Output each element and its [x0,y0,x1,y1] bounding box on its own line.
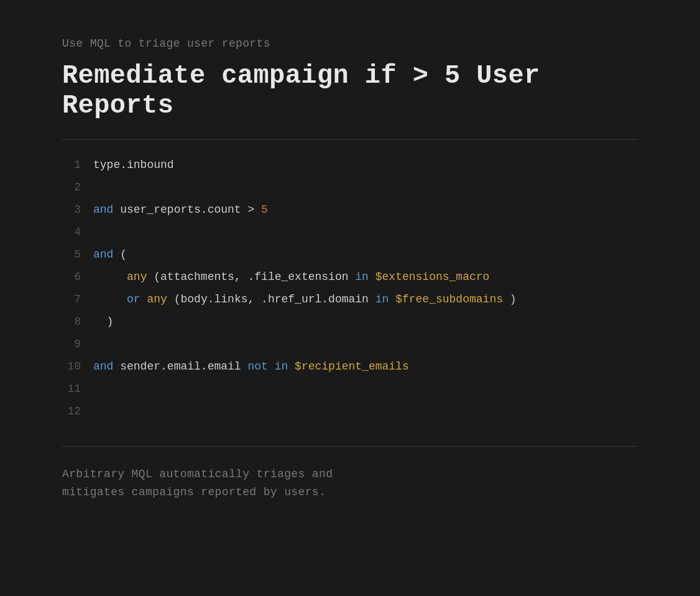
keyword-and-10: and [93,360,113,373]
code-line-9: 9 [62,338,638,360]
keyword-any-6: any [127,271,147,283]
keyword-or-7: or [127,293,140,305]
code-line-5: 5 and ( [62,248,638,271]
macro-extensions: $extensions_macro [375,271,490,283]
code-line-10: 10 and sender.email.email not in $recipi… [62,360,638,383]
line-number-2: 2 [62,181,93,193]
indent-7 [93,293,120,305]
line-content-3: and user_reports.count > 5 [93,203,268,216]
line-content-8: ) [93,315,113,328]
code-line-2: 2 [62,181,638,203]
line-content-6: any (attachments, .file_extension in $ex… [93,271,489,283]
keyword-not-10: not [247,360,267,373]
bottom-divider [62,446,638,447]
footer-text: Arbitrary MQL automatically triages andm… [62,465,638,501]
code-line-8: 8 ) [62,315,638,338]
keyword-in-10: in [275,360,288,373]
number-5: 5 [261,203,268,216]
code-line-12: 12 [62,405,638,427]
line-number-7: 7 [62,293,93,305]
text-10a: sender.email.email [120,360,247,373]
text-6a: (attachments, .file_extension [154,271,355,283]
code-line-1: 1 type.inbound [62,159,638,181]
subtitle: Use MQL to triage user reports [62,37,638,50]
code-line-7: 7 or any (body.links, .href_url.domain i… [62,293,638,315]
line-content-1: type.inbound [93,159,174,171]
line-number-6: 6 [62,271,93,283]
line-number-8: 8 [62,315,93,328]
code-line-4: 4 [62,226,638,248]
top-divider [62,139,638,140]
page-container: Use MQL to triage user reports Remediate… [0,0,700,539]
macro-recipient-emails: $recipient_emails [295,360,409,373]
line-content-10: and sender.email.email not in $recipient… [93,360,409,373]
line-content-7: or any (body.links, .href_url.domain in … [93,293,517,305]
text-7b: (body.links, .href_url.domain [174,293,375,305]
keyword-and-5: and [93,248,113,261]
code-line-11: 11 [62,383,638,405]
text-5: ( [120,248,127,261]
keyword-in-6: in [355,271,369,283]
line-number-5: 5 [62,248,93,261]
line-number-12: 12 [62,405,93,417]
line-number-9: 9 [62,338,93,350]
keyword-any-7: any [147,293,167,305]
macro-subdomains: $free_subdomains [395,293,503,305]
line-number-11: 11 [62,383,93,395]
text-3: user_reports.count > [120,203,261,216]
keyword-in-7: in [375,293,389,305]
code-block: 1 type.inbound 2 3 and user_reports.coun… [62,159,638,427]
line-number-3: 3 [62,203,93,216]
text-7d: ) [510,293,517,305]
line-number-10: 10 [62,360,93,373]
line-number-4: 4 [62,226,93,238]
page-title: Remediate campaign if > 5 User Reports [62,61,638,121]
keyword-and-3: and [93,203,113,216]
line-number-1: 1 [62,159,93,171]
line-content-5: and ( [93,248,127,261]
indent-6 [93,271,120,283]
code-line-3: 3 and user_reports.count > 5 [62,203,638,226]
code-line-6: 6 any (attachments, .file_extension in $… [62,271,638,293]
